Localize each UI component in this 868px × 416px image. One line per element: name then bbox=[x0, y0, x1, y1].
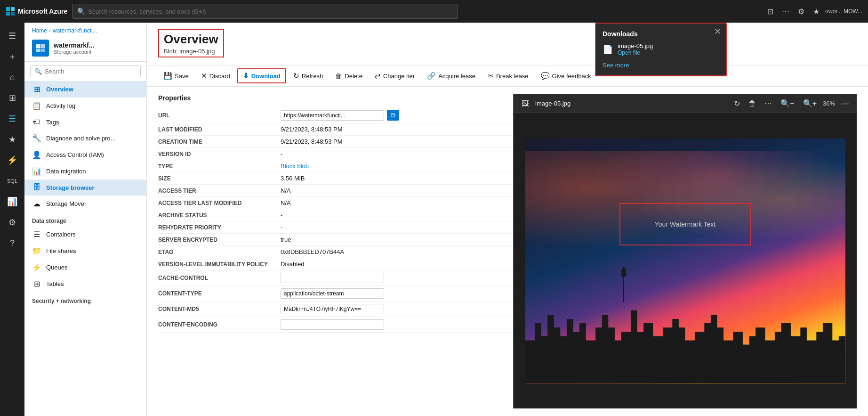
app-title: Microsoft Azure bbox=[18, 8, 67, 15]
see-more-link[interactable]: See more bbox=[596, 59, 726, 72]
url-wrap: ⧉ bbox=[281, 110, 513, 121]
prop-key-type: TYPE bbox=[158, 163, 281, 170]
downloads-close-btn[interactable]: ✕ bbox=[714, 26, 721, 37]
content-md5-input[interactable] bbox=[281, 304, 384, 314]
content-type-input[interactable] bbox=[281, 288, 384, 299]
svg-rect-5 bbox=[41, 44, 45, 48]
feedback-icon: 💬 bbox=[541, 72, 550, 80]
url-input[interactable] bbox=[281, 110, 384, 121]
prop-val-size: 3.56 MiB bbox=[281, 175, 513, 182]
nav-monitor-btn[interactable]: 📊 bbox=[3, 192, 22, 211]
app-logo: Microsoft Azure bbox=[6, 7, 67, 16]
prop-val-archive-status: - bbox=[281, 212, 513, 219]
sidebar-item-storage-mover[interactable]: ☁ Storage Mover bbox=[24, 196, 146, 212]
preview-delete-btn[interactable]: 🗑 bbox=[746, 98, 758, 109]
nav-add-btn[interactable]: ＋ bbox=[3, 47, 22, 66]
settings-btn[interactable]: ⚙ bbox=[795, 5, 807, 18]
sidebar-account-type: Storage account bbox=[54, 49, 94, 55]
sidebar-item-activity-log[interactable]: 📋 Activity log bbox=[24, 98, 146, 114]
sidebar-item-label-tables: Tables bbox=[46, 280, 64, 287]
data-migration-icon: 📊 bbox=[32, 167, 41, 176]
delete-icon: 🗑 bbox=[335, 72, 342, 80]
prop-row-version-id: VERSION ID - bbox=[158, 148, 513, 160]
sidebar-item-iam[interactable]: 👤 Access Control (IAM) bbox=[24, 147, 146, 163]
prop-row-rehydrate: REHYDRATE PRIORITY - bbox=[158, 221, 513, 234]
prop-key-url: URL bbox=[158, 112, 281, 119]
prop-val-rehydrate: - bbox=[281, 224, 513, 231]
sidebar-search-input[interactable] bbox=[45, 68, 137, 75]
cache-control-input[interactable] bbox=[281, 273, 384, 283]
url-copy-btn[interactable]: ⧉ bbox=[387, 110, 399, 121]
nav-lightning-btn[interactable]: ⚡ bbox=[3, 151, 22, 170]
downloads-filename: image-05.jpg bbox=[618, 42, 653, 49]
preview-more-btn[interactable]: ⋯ bbox=[762, 98, 774, 109]
nav-sql-btn[interactable]: SQL bbox=[3, 171, 22, 190]
preview-refresh-btn[interactable]: ↻ bbox=[731, 98, 742, 109]
nav-gear-btn[interactable]: ⚙ bbox=[3, 213, 22, 232]
sidebar-item-overview[interactable]: ⊞ Overview bbox=[24, 81, 146, 98]
breadcrumb-home[interactable]: Home bbox=[32, 27, 47, 34]
break-lease-button[interactable]: ✂ Break lease bbox=[482, 69, 534, 83]
change-tier-icon: ⇄ bbox=[375, 72, 381, 80]
breadcrumb: Home › watermarkfuncti... bbox=[24, 23, 146, 37]
sidebar-item-label-activity: Activity log bbox=[46, 102, 75, 109]
sidebar-item-containers[interactable]: ☰ Containers bbox=[24, 226, 146, 243]
screen-icon-btn[interactable]: ⊡ bbox=[764, 5, 776, 18]
sidebar-item-storage-browser[interactable]: 🗄 Storage browser bbox=[24, 179, 146, 196]
containers-icon: ☰ bbox=[32, 230, 41, 239]
preview-image: Your Watermark Text bbox=[525, 139, 845, 383]
sidebar-item-file-shares[interactable]: 📁 File shares bbox=[24, 243, 146, 259]
sidebar-item-label-diagnose: Diagnose and solve pro... bbox=[46, 135, 115, 142]
global-search-input[interactable] bbox=[88, 8, 453, 15]
sidebar-item-tables[interactable]: ⊞ Tables bbox=[24, 276, 146, 292]
sidebar-search[interactable]: 🔍 bbox=[30, 65, 141, 77]
watermark-box: Your Watermark Text bbox=[619, 203, 751, 245]
image-preview-body: Your Watermark Text bbox=[514, 113, 857, 408]
queues-icon: ⚡ bbox=[32, 263, 41, 272]
prop-key-access-tier: ACCESS TIER bbox=[158, 188, 281, 194]
topbar-actions: ⊡ ⋯ ⚙ ★ owor... MOW... bbox=[764, 5, 862, 18]
breadcrumb-account[interactable]: watermarkfuncti... bbox=[53, 27, 97, 34]
discard-icon: ✕ bbox=[201, 72, 207, 80]
nav-expand-btn[interactable]: ☰ bbox=[3, 26, 22, 45]
prop-row-cache-control: CACHE-CONTROL bbox=[158, 270, 513, 286]
preview-image-wrap: Your Watermark Text bbox=[525, 139, 845, 383]
sidebar-item-diagnose[interactable]: 🔧 Diagnose and solve pro... bbox=[24, 130, 146, 147]
content-encoding-input[interactable] bbox=[281, 319, 384, 330]
preview-minimize-btn[interactable]: — bbox=[839, 98, 851, 109]
sidebar-item-data-migration[interactable]: 📊 Data migration bbox=[24, 163, 146, 179]
favorites-btn[interactable]: ★ bbox=[810, 5, 822, 18]
acquire-lease-button[interactable]: 🔗 Acquire lease bbox=[422, 69, 481, 83]
nav-favorites-btn[interactable]: ★ bbox=[3, 130, 22, 149]
nav-home-btn[interactable]: ⌂ bbox=[3, 68, 22, 87]
preview-zoom-out-btn[interactable]: 🔍− bbox=[778, 98, 796, 109]
prop-val-access-tier: N/A bbox=[281, 187, 513, 194]
break-lease-icon: ✂ bbox=[488, 72, 494, 80]
nav-dashboard-btn[interactable]: ⊞ bbox=[3, 89, 22, 107]
properties-area: Properties URL ⧉ LAST MODIFIED 9/21/2023… bbox=[147, 87, 868, 416]
refresh-button[interactable]: ↻ Refresh bbox=[288, 69, 329, 83]
delete-button[interactable]: 🗑 Delete bbox=[330, 69, 368, 83]
properties-panel: Properties URL ⧉ LAST MODIFIED 9/21/2023… bbox=[158, 94, 513, 408]
overview-title: Overview bbox=[164, 32, 218, 47]
more-options-btn[interactable]: ⋯ bbox=[779, 5, 792, 18]
sidebar-item-queues[interactable]: ⚡ Queues bbox=[24, 259, 146, 276]
downloads-item[interactable]: 📄 image-05.jpg Open file bbox=[596, 40, 726, 59]
image-preview-toolbar: 🖼 image-05.jpg ↻ 🗑 ⋯ 🔍− 🔍+ 36% — bbox=[514, 94, 857, 113]
nav-services-btn[interactable]: ☰ bbox=[3, 109, 22, 128]
discard-button[interactable]: ✕ Discard bbox=[196, 69, 235, 83]
discard-label: Discard bbox=[209, 73, 230, 80]
preview-zoom-in-btn[interactable]: 🔍+ bbox=[801, 98, 819, 109]
preview-image-icon[interactable]: 🖼 bbox=[519, 98, 531, 109]
sidebar-item-tags[interactable]: 🏷 Tags bbox=[24, 114, 146, 130]
save-button[interactable]: 💾 Save bbox=[158, 69, 194, 83]
prop-key-content-encoding: CONTENT-ENCODING bbox=[158, 321, 281, 328]
download-button[interactable]: ⬇ Download bbox=[237, 68, 286, 83]
change-tier-button[interactable]: ⇄ Change tier bbox=[370, 69, 420, 83]
sidebar-item-label-iam: Access Control (IAM) bbox=[46, 151, 104, 158]
give-feedback-button[interactable]: 💬 Give feedback bbox=[536, 69, 596, 83]
nav-help-btn[interactable]: ? bbox=[3, 234, 22, 253]
prop-row-content-type: CONTENT-TYPE bbox=[158, 286, 513, 302]
open-file-link[interactable]: Open file bbox=[618, 49, 653, 56]
global-search-bar[interactable]: 🔍 bbox=[72, 4, 458, 19]
